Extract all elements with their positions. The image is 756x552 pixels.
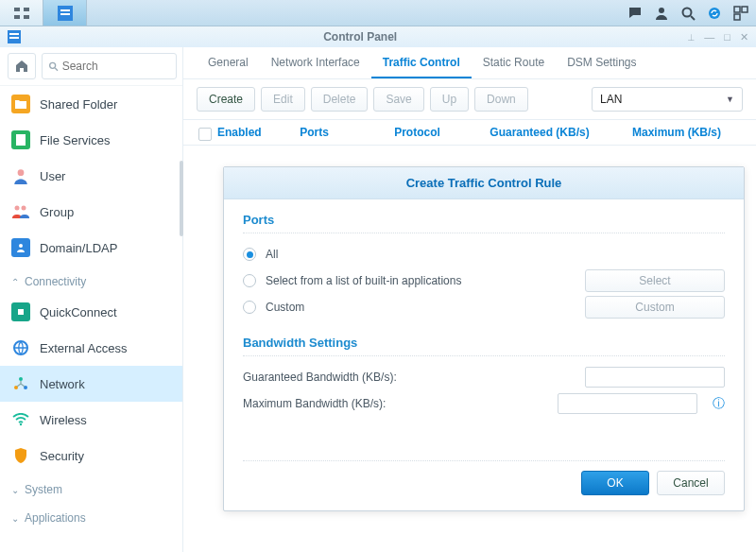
search-box[interactable] bbox=[42, 53, 177, 79]
search-input[interactable] bbox=[62, 60, 170, 73]
sidebar-item-label: Network bbox=[40, 377, 85, 391]
svg-rect-2 bbox=[14, 15, 20, 19]
down-button[interactable]: Down bbox=[474, 87, 528, 112]
search-icon[interactable] bbox=[680, 6, 696, 21]
svg-line-9 bbox=[691, 16, 695, 20]
close-button[interactable]: ✕ bbox=[740, 31, 748, 43]
tab-static-route[interactable]: Static Route bbox=[472, 48, 556, 78]
tab-bar: General Network Interface Traffic Contro… bbox=[183, 47, 756, 79]
sidebar-item-network[interactable]: Network bbox=[0, 366, 182, 402]
ok-button[interactable]: OK bbox=[581, 471, 649, 495]
tab-network-interface[interactable]: Network Interface bbox=[260, 48, 371, 78]
main-panel: General Network Interface Traffic Contro… bbox=[183, 47, 756, 552]
globe-icon bbox=[11, 338, 30, 357]
svg-point-8 bbox=[683, 8, 692, 16]
sidebar-section-connectivity[interactable]: ⌃Connectivity bbox=[0, 266, 182, 294]
svg-point-20 bbox=[18, 169, 25, 176]
dialog-title: Create Traffic Control Rule bbox=[224, 167, 744, 199]
sidebar-section-system[interactable]: ⌄System bbox=[0, 474, 182, 502]
sidebar-item-external-access[interactable]: External Access bbox=[0, 330, 182, 366]
widgets-icon[interactable] bbox=[733, 6, 748, 21]
create-button[interactable]: Create bbox=[197, 87, 255, 112]
tab-general[interactable]: General bbox=[197, 48, 260, 78]
info-icon[interactable]: ⓘ bbox=[713, 395, 725, 412]
edit-button[interactable]: Edit bbox=[261, 87, 305, 112]
col-enabled[interactable]: Enabled bbox=[197, 126, 263, 139]
sidebar-item-domain-ldap[interactable]: Domain/LDAP bbox=[0, 230, 182, 266]
app-grid-icon bbox=[14, 8, 29, 19]
person-icon[interactable] bbox=[654, 6, 669, 21]
taskbar-app-grid[interactable] bbox=[0, 0, 43, 26]
up-button[interactable]: Up bbox=[430, 87, 469, 112]
sidebar-section-applications[interactable]: ⌄Applications bbox=[0, 502, 182, 530]
sidebar-item-security[interactable]: Security bbox=[0, 438, 182, 474]
guaranteed-bw-input[interactable] bbox=[585, 367, 725, 388]
svg-rect-15 bbox=[9, 33, 19, 35]
tab-traffic-control[interactable]: Traffic Control bbox=[371, 48, 472, 78]
save-button[interactable]: Save bbox=[373, 87, 423, 112]
svg-rect-6 bbox=[60, 13, 70, 15]
shield-icon bbox=[11, 446, 30, 465]
svg-line-18 bbox=[55, 68, 58, 71]
home-icon bbox=[14, 59, 29, 74]
chat-icon[interactable] bbox=[627, 6, 643, 21]
sidebar-item-group[interactable]: Group bbox=[0, 194, 182, 230]
sidebar-item-quickconnect[interactable]: QuickConnect bbox=[0, 294, 182, 330]
folder-icon bbox=[11, 95, 30, 113]
col-maximum[interactable]: Maximum (KB/s) bbox=[610, 126, 743, 139]
sidebar: Shared Folder File Services User Group D… bbox=[0, 47, 183, 552]
control-panel-icon bbox=[58, 6, 73, 21]
sidebar-item-label: Security bbox=[40, 449, 84, 463]
pin-button[interactable]: ⟂ bbox=[688, 31, 695, 43]
sidebar-item-file-services[interactable]: File Services bbox=[0, 122, 182, 158]
maximum-bw-input[interactable] bbox=[558, 393, 697, 414]
chevron-down-icon: ▼ bbox=[726, 95, 734, 104]
svg-rect-16 bbox=[9, 37, 19, 39]
svg-rect-12 bbox=[742, 7, 747, 12]
sidebar-item-label: File Services bbox=[40, 133, 110, 147]
svg-point-7 bbox=[659, 8, 664, 13]
window-title: Control Panel bbox=[32, 30, 688, 43]
interface-select[interactable]: LAN ▼ bbox=[592, 87, 743, 112]
home-button[interactable] bbox=[8, 53, 36, 79]
delete-button[interactable]: Delete bbox=[311, 87, 369, 112]
svg-point-28 bbox=[20, 423, 22, 425]
control-panel-window: Control Panel ⟂ — □ ✕ Shared Folder File… bbox=[0, 26, 756, 552]
ldap-icon bbox=[11, 238, 30, 257]
sidebar-item-wireless[interactable]: Wireless bbox=[0, 402, 182, 438]
select-builtin-button[interactable]: Select bbox=[585, 269, 725, 292]
minimize-button[interactable]: — bbox=[704, 31, 714, 43]
maximize-button[interactable]: □ bbox=[724, 31, 730, 43]
sync-icon[interactable] bbox=[707, 6, 722, 21]
sidebar-item-label: Domain/LDAP bbox=[40, 241, 117, 255]
window-app-icon bbox=[8, 30, 21, 43]
svg-point-17 bbox=[50, 62, 56, 68]
radio-custom[interactable] bbox=[243, 301, 256, 314]
col-guaranteed[interactable]: Guaranteed (KB/s) bbox=[469, 126, 610, 139]
col-ports[interactable]: Ports bbox=[263, 126, 366, 139]
custom-button[interactable]: Custom bbox=[585, 296, 725, 319]
quickconnect-icon bbox=[11, 302, 30, 321]
radio-builtin[interactable] bbox=[243, 274, 256, 287]
sidebar-item-label: External Access bbox=[40, 341, 128, 355]
sidebar-item-label: Group bbox=[40, 205, 74, 219]
taskbar-control-panel[interactable] bbox=[43, 0, 87, 26]
svg-point-23 bbox=[19, 244, 23, 248]
svg-point-22 bbox=[22, 206, 26, 211]
guaranteed-bw-label: Guaranteed Bandwidth (KB/s): bbox=[243, 371, 576, 384]
ports-section-header: Ports bbox=[243, 209, 725, 233]
svg-point-10 bbox=[709, 8, 720, 19]
wifi-icon bbox=[11, 410, 30, 429]
sidebar-item-label: QuickConnect bbox=[40, 305, 117, 319]
col-protocol[interactable]: Protocol bbox=[366, 126, 469, 139]
sidebar-item-shared-folder[interactable]: Shared Folder bbox=[0, 86, 182, 122]
sidebar-item-label: User bbox=[40, 169, 65, 183]
svg-rect-11 bbox=[734, 7, 740, 12]
radio-all[interactable] bbox=[243, 248, 256, 261]
tab-dsm-settings[interactable]: DSM Settings bbox=[556, 48, 647, 78]
svg-point-21 bbox=[15, 206, 20, 211]
sidebar-item-user[interactable]: User bbox=[0, 158, 182, 194]
sidebar-item-label: Shared Folder bbox=[40, 97, 117, 112]
svg-rect-3 bbox=[24, 15, 29, 19]
cancel-button[interactable]: Cancel bbox=[657, 471, 725, 495]
